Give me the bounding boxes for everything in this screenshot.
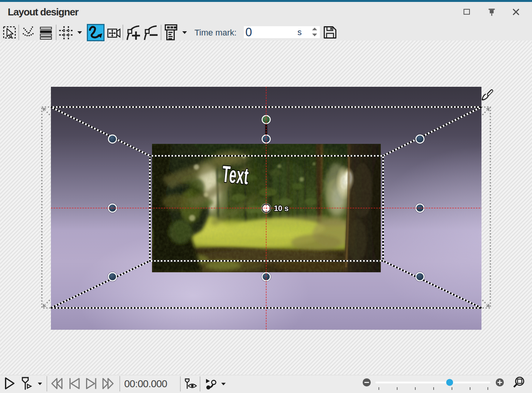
svg-text:10 s: 10 s: [274, 204, 289, 213]
svg-text:Text: Text: [221, 161, 250, 189]
